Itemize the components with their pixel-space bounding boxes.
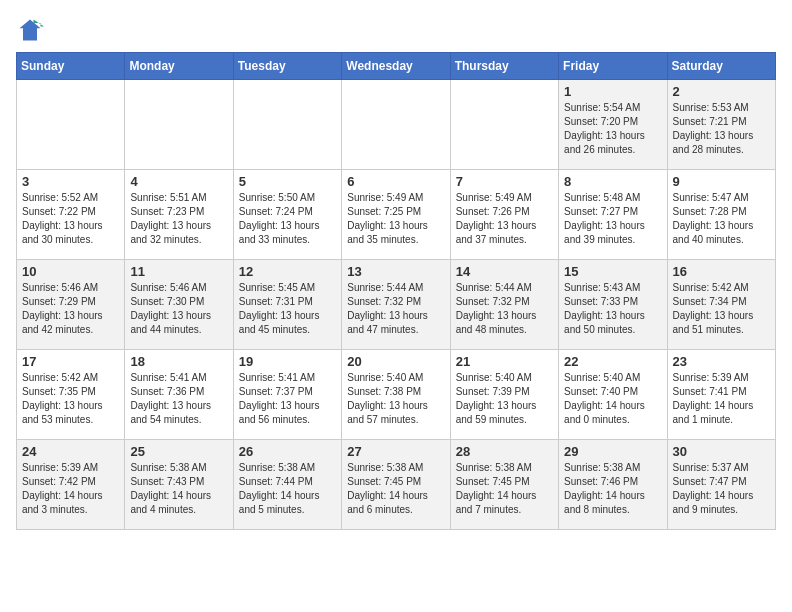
day-number: 30 bbox=[673, 444, 770, 459]
day-number: 10 bbox=[22, 264, 119, 279]
day-number: 26 bbox=[239, 444, 336, 459]
cell-content: Sunrise: 5:45 AMSunset: 7:31 PMDaylight:… bbox=[239, 281, 336, 337]
cell-content: Sunrise: 5:38 AMSunset: 7:45 PMDaylight:… bbox=[347, 461, 444, 517]
calendar-cell: 10Sunrise: 5:46 AMSunset: 7:29 PMDayligh… bbox=[17, 260, 125, 350]
cell-content: Sunrise: 5:49 AMSunset: 7:25 PMDaylight:… bbox=[347, 191, 444, 247]
day-number: 14 bbox=[456, 264, 553, 279]
cell-content: Sunrise: 5:42 AMSunset: 7:34 PMDaylight:… bbox=[673, 281, 770, 337]
calendar-table: SundayMondayTuesdayWednesdayThursdayFrid… bbox=[16, 52, 776, 530]
calendar-cell: 4Sunrise: 5:51 AMSunset: 7:23 PMDaylight… bbox=[125, 170, 233, 260]
day-number: 20 bbox=[347, 354, 444, 369]
calendar-cell: 25Sunrise: 5:38 AMSunset: 7:43 PMDayligh… bbox=[125, 440, 233, 530]
logo bbox=[16, 16, 48, 44]
cell-content: Sunrise: 5:40 AMSunset: 7:38 PMDaylight:… bbox=[347, 371, 444, 427]
header-cell-wednesday: Wednesday bbox=[342, 53, 450, 80]
calendar-cell: 19Sunrise: 5:41 AMSunset: 7:37 PMDayligh… bbox=[233, 350, 341, 440]
calendar-cell: 2Sunrise: 5:53 AMSunset: 7:21 PMDaylight… bbox=[667, 80, 775, 170]
day-number: 25 bbox=[130, 444, 227, 459]
cell-content: Sunrise: 5:54 AMSunset: 7:20 PMDaylight:… bbox=[564, 101, 661, 157]
day-number: 17 bbox=[22, 354, 119, 369]
calendar-cell: 1Sunrise: 5:54 AMSunset: 7:20 PMDaylight… bbox=[559, 80, 667, 170]
calendar-cell bbox=[233, 80, 341, 170]
calendar-cell: 8Sunrise: 5:48 AMSunset: 7:27 PMDaylight… bbox=[559, 170, 667, 260]
cell-content: Sunrise: 5:52 AMSunset: 7:22 PMDaylight:… bbox=[22, 191, 119, 247]
day-number: 6 bbox=[347, 174, 444, 189]
calendar-cell: 11Sunrise: 5:46 AMSunset: 7:30 PMDayligh… bbox=[125, 260, 233, 350]
calendar-cell: 16Sunrise: 5:42 AMSunset: 7:34 PMDayligh… bbox=[667, 260, 775, 350]
day-number: 21 bbox=[456, 354, 553, 369]
week-row-2: 3Sunrise: 5:52 AMSunset: 7:22 PMDaylight… bbox=[17, 170, 776, 260]
cell-content: Sunrise: 5:38 AMSunset: 7:43 PMDaylight:… bbox=[130, 461, 227, 517]
header-cell-sunday: Sunday bbox=[17, 53, 125, 80]
calendar-cell bbox=[342, 80, 450, 170]
day-number: 18 bbox=[130, 354, 227, 369]
cell-content: Sunrise: 5:49 AMSunset: 7:26 PMDaylight:… bbox=[456, 191, 553, 247]
day-number: 16 bbox=[673, 264, 770, 279]
calendar-cell: 18Sunrise: 5:41 AMSunset: 7:36 PMDayligh… bbox=[125, 350, 233, 440]
logo-icon bbox=[16, 16, 44, 44]
calendar-cell: 23Sunrise: 5:39 AMSunset: 7:41 PMDayligh… bbox=[667, 350, 775, 440]
cell-content: Sunrise: 5:40 AMSunset: 7:39 PMDaylight:… bbox=[456, 371, 553, 427]
cell-content: Sunrise: 5:46 AMSunset: 7:30 PMDaylight:… bbox=[130, 281, 227, 337]
calendar-cell: 14Sunrise: 5:44 AMSunset: 7:32 PMDayligh… bbox=[450, 260, 558, 350]
day-number: 27 bbox=[347, 444, 444, 459]
calendar-cell: 7Sunrise: 5:49 AMSunset: 7:26 PMDaylight… bbox=[450, 170, 558, 260]
cell-content: Sunrise: 5:38 AMSunset: 7:44 PMDaylight:… bbox=[239, 461, 336, 517]
cell-content: Sunrise: 5:39 AMSunset: 7:41 PMDaylight:… bbox=[673, 371, 770, 427]
calendar-cell: 20Sunrise: 5:40 AMSunset: 7:38 PMDayligh… bbox=[342, 350, 450, 440]
day-number: 2 bbox=[673, 84, 770, 99]
calendar-cell bbox=[125, 80, 233, 170]
calendar-cell: 6Sunrise: 5:49 AMSunset: 7:25 PMDaylight… bbox=[342, 170, 450, 260]
header-cell-thursday: Thursday bbox=[450, 53, 558, 80]
day-number: 1 bbox=[564, 84, 661, 99]
cell-content: Sunrise: 5:39 AMSunset: 7:42 PMDaylight:… bbox=[22, 461, 119, 517]
cell-content: Sunrise: 5:38 AMSunset: 7:46 PMDaylight:… bbox=[564, 461, 661, 517]
day-number: 22 bbox=[564, 354, 661, 369]
calendar-header: SundayMondayTuesdayWednesdayThursdayFrid… bbox=[17, 53, 776, 80]
calendar-cell: 28Sunrise: 5:38 AMSunset: 7:45 PMDayligh… bbox=[450, 440, 558, 530]
cell-content: Sunrise: 5:43 AMSunset: 7:33 PMDaylight:… bbox=[564, 281, 661, 337]
header-row: SundayMondayTuesdayWednesdayThursdayFrid… bbox=[17, 53, 776, 80]
cell-content: Sunrise: 5:44 AMSunset: 7:32 PMDaylight:… bbox=[456, 281, 553, 337]
cell-content: Sunrise: 5:41 AMSunset: 7:36 PMDaylight:… bbox=[130, 371, 227, 427]
day-number: 12 bbox=[239, 264, 336, 279]
day-number: 4 bbox=[130, 174, 227, 189]
week-row-1: 1Sunrise: 5:54 AMSunset: 7:20 PMDaylight… bbox=[17, 80, 776, 170]
calendar-cell: 5Sunrise: 5:50 AMSunset: 7:24 PMDaylight… bbox=[233, 170, 341, 260]
day-number: 19 bbox=[239, 354, 336, 369]
cell-content: Sunrise: 5:47 AMSunset: 7:28 PMDaylight:… bbox=[673, 191, 770, 247]
cell-content: Sunrise: 5:38 AMSunset: 7:45 PMDaylight:… bbox=[456, 461, 553, 517]
day-number: 3 bbox=[22, 174, 119, 189]
day-number: 8 bbox=[564, 174, 661, 189]
calendar-cell: 29Sunrise: 5:38 AMSunset: 7:46 PMDayligh… bbox=[559, 440, 667, 530]
day-number: 11 bbox=[130, 264, 227, 279]
calendar-cell bbox=[450, 80, 558, 170]
header-cell-monday: Monday bbox=[125, 53, 233, 80]
cell-content: Sunrise: 5:53 AMSunset: 7:21 PMDaylight:… bbox=[673, 101, 770, 157]
calendar-cell: 12Sunrise: 5:45 AMSunset: 7:31 PMDayligh… bbox=[233, 260, 341, 350]
calendar-cell: 3Sunrise: 5:52 AMSunset: 7:22 PMDaylight… bbox=[17, 170, 125, 260]
cell-content: Sunrise: 5:51 AMSunset: 7:23 PMDaylight:… bbox=[130, 191, 227, 247]
calendar-cell bbox=[17, 80, 125, 170]
day-number: 29 bbox=[564, 444, 661, 459]
header-cell-tuesday: Tuesday bbox=[233, 53, 341, 80]
day-number: 28 bbox=[456, 444, 553, 459]
calendar-cell: 17Sunrise: 5:42 AMSunset: 7:35 PMDayligh… bbox=[17, 350, 125, 440]
cell-content: Sunrise: 5:40 AMSunset: 7:40 PMDaylight:… bbox=[564, 371, 661, 427]
calendar-cell: 24Sunrise: 5:39 AMSunset: 7:42 PMDayligh… bbox=[17, 440, 125, 530]
cell-content: Sunrise: 5:46 AMSunset: 7:29 PMDaylight:… bbox=[22, 281, 119, 337]
week-row-4: 17Sunrise: 5:42 AMSunset: 7:35 PMDayligh… bbox=[17, 350, 776, 440]
cell-content: Sunrise: 5:42 AMSunset: 7:35 PMDaylight:… bbox=[22, 371, 119, 427]
cell-content: Sunrise: 5:37 AMSunset: 7:47 PMDaylight:… bbox=[673, 461, 770, 517]
calendar-body: 1Sunrise: 5:54 AMSunset: 7:20 PMDaylight… bbox=[17, 80, 776, 530]
cell-content: Sunrise: 5:50 AMSunset: 7:24 PMDaylight:… bbox=[239, 191, 336, 247]
calendar-cell: 13Sunrise: 5:44 AMSunset: 7:32 PMDayligh… bbox=[342, 260, 450, 350]
header-cell-friday: Friday bbox=[559, 53, 667, 80]
day-number: 24 bbox=[22, 444, 119, 459]
day-number: 5 bbox=[239, 174, 336, 189]
day-number: 13 bbox=[347, 264, 444, 279]
calendar-cell: 26Sunrise: 5:38 AMSunset: 7:44 PMDayligh… bbox=[233, 440, 341, 530]
day-number: 9 bbox=[673, 174, 770, 189]
cell-content: Sunrise: 5:48 AMSunset: 7:27 PMDaylight:… bbox=[564, 191, 661, 247]
calendar-cell: 27Sunrise: 5:38 AMSunset: 7:45 PMDayligh… bbox=[342, 440, 450, 530]
